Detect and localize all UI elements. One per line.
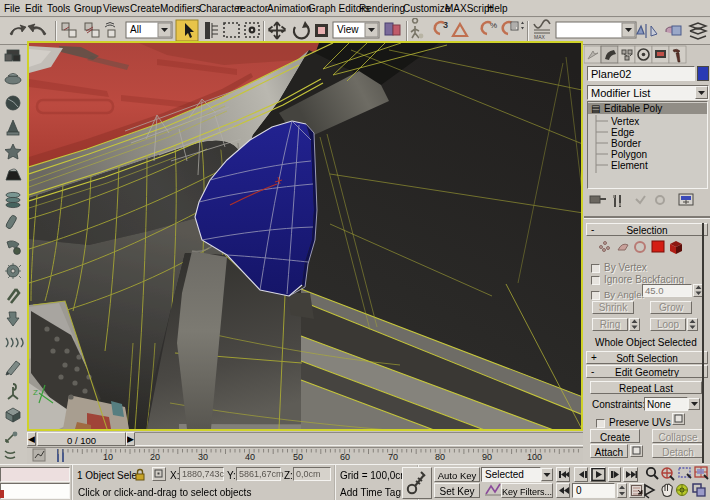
svg-text:All: All [130, 24, 141, 35]
svg-text:Polygon: Polygon [611, 149, 647, 160]
svg-text:Vertex: Vertex [611, 116, 639, 127]
svg-text:Element: Element [611, 160, 648, 171]
svg-text:Edge: Edge [611, 127, 635, 138]
svg-text:Z: Z [33, 388, 38, 397]
svg-text:%: % [490, 21, 497, 30]
svg-text:View: View [337, 24, 359, 35]
svg-text:MAX: MAX [534, 34, 546, 40]
svg-text:3: 3 [443, 20, 448, 30]
svg-text:Border: Border [611, 138, 642, 149]
